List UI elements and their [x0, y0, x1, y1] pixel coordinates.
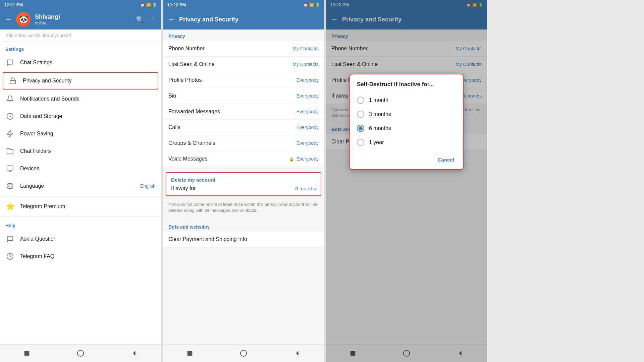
search-icon[interactable]: 🔍 — [136, 15, 144, 23]
option-3-months[interactable]: 3 months — [357, 107, 456, 121]
calls-label-2: Calls — [168, 124, 297, 130]
row-clear-payment-2[interactable]: Clear Payment and Shipping Info — [163, 232, 324, 247]
username: Shivangi — [35, 13, 132, 20]
self-destruct-dialog: Self-Destruct if inactive for... 1 month… — [350, 74, 464, 170]
option-1-month[interactable]: 1 month — [357, 93, 456, 107]
account-description-2: If you do not come online at least once … — [163, 199, 324, 218]
voice-value-2: 🔒 Everybody — [289, 156, 319, 162]
data-icon — [5, 112, 15, 121]
status-icons-2: ⏰ 📶 🔋 — [303, 3, 320, 7]
radio-6-months[interactable] — [357, 125, 364, 132]
notifications-label: Notifications and Sounds — [20, 96, 156, 102]
more-icon[interactable]: ⋮ — [150, 15, 156, 23]
menu-item-folders[interactable]: Chat Folders — [0, 142, 161, 160]
svg-marker-15 — [296, 351, 298, 356]
faq-label: Telegram FAQ — [20, 253, 156, 259]
alarm-icon-2: ⏰ — [303, 3, 308, 7]
delete-row-2: If away for 6 months — [171, 185, 316, 191]
status-bar-2: 12:22 PM ⏰ 📶 🔋 — [163, 0, 324, 9]
user-status: online — [35, 20, 132, 25]
phone-1: 12:21 PM ⏰ 📶 🔋 ← 🐼 Shivangi online 🔍 ⋮ A… — [0, 0, 161, 362]
ask-label: Ask a Question — [20, 236, 156, 242]
back-btn-circle-1[interactable] — [76, 349, 85, 358]
right-fill — [487, 0, 644, 362]
power-label: Power Saving — [20, 131, 156, 137]
bio-label-2: Bio — [168, 93, 297, 99]
if-away-value-2: 6 months — [295, 186, 316, 191]
nav-bar-2: ← Privacy and Security — [163, 9, 324, 29]
radio-3-months[interactable] — [357, 111, 364, 118]
menu-item-premium[interactable]: ⭐ Telegram Premium — [0, 198, 161, 215]
phone-3: 12:22 PM ⏰ 📶 🔋 ← Privacy and Security Pr… — [326, 0, 487, 362]
row-groups-2[interactable]: Groups & Channels Everybody — [163, 135, 324, 151]
bottom-nav-2 — [163, 344, 324, 362]
chat-settings-icon — [5, 58, 15, 67]
label-1-month: 1 month — [369, 97, 388, 103]
menu-item-ask[interactable]: Ask a Question — [0, 230, 161, 248]
devices-label: Devices — [20, 166, 156, 172]
label-3-months: 3 months — [369, 111, 391, 117]
bots-header-2: Bots and websites — [163, 220, 324, 232]
menu-item-devices[interactable]: Devices — [0, 160, 161, 177]
option-6-months[interactable]: 6 months — [357, 121, 456, 135]
if-away-label-2: If away for — [171, 185, 295, 191]
phone-number-value-2: My Contacts — [292, 46, 319, 51]
profile-photos-label-2: Profile Photos — [168, 77, 297, 83]
row-bio-2[interactable]: Bio Everybody — [163, 88, 324, 104]
row-forwarded-2[interactable]: Forwarded Messages Everybody — [163, 104, 324, 120]
premium-label: Telegram Premium — [20, 203, 156, 209]
menu-item-chat-settings[interactable]: Chat Settings — [0, 54, 161, 71]
data-label: Data and Storage — [20, 113, 156, 119]
delete-account-title-2: Delete my account — [171, 177, 316, 183]
back-button-1[interactable]: ← — [5, 15, 12, 24]
row-last-seen-2[interactable]: Last Seen & Online My Contacts — [163, 57, 324, 72]
home-btn-1[interactable] — [22, 349, 32, 358]
menu-item-language[interactable]: Language English — [0, 177, 161, 195]
dialog-overlay: Self-Destruct if inactive for... 1 month… — [326, 0, 487, 362]
menu-item-privacy[interactable]: Privacy and Security — [3, 72, 158, 89]
row-voice-2[interactable]: Voice Messages 🔒 Everybody — [163, 151, 324, 167]
battery-icon-2: 🔋 — [315, 3, 320, 7]
status-bar-1: 12:21 PM ⏰ 📶 🔋 — [0, 0, 161, 9]
clear-payment-label-2: Clear Payment and Shipping Info — [168, 236, 319, 242]
home-btn-2[interactable] — [185, 349, 195, 358]
last-seen-label-2: Last Seen & Online — [168, 61, 292, 67]
language-label: Language — [20, 183, 135, 189]
groups-label-2: Groups & Channels — [168, 140, 297, 146]
svg-rect-0 — [10, 80, 16, 84]
delete-account-box-2[interactable]: Delete my account If away for 6 months — [166, 172, 321, 196]
phone-number-label-2: Phone Number — [168, 46, 292, 52]
menu-item-power[interactable]: Power Saving — [0, 125, 161, 142]
page-title-2: Privacy and Security — [179, 16, 319, 23]
menu-item-faq[interactable]: Telegram FAQ — [0, 248, 161, 265]
option-1-year[interactable]: 1 year — [357, 135, 456, 149]
menu-item-data[interactable]: Data and Storage — [0, 108, 161, 125]
radio-1-year[interactable] — [357, 139, 364, 146]
label-1-year: 1 year — [369, 139, 384, 145]
cancel-button[interactable]: Cancel — [434, 155, 458, 165]
menu-item-notifications[interactable]: Notifications and Sounds — [0, 90, 161, 108]
svg-rect-3 — [7, 166, 13, 170]
lock-icon-2: 🔒 — [289, 157, 294, 162]
row-calls-2[interactable]: Calls Everybody — [163, 120, 324, 135]
language-icon — [5, 181, 15, 191]
settings-section-header: Settings — [0, 42, 161, 54]
back-button-2[interactable]: ← — [168, 15, 175, 24]
row-phone-number-2[interactable]: Phone Number My Contacts — [163, 41, 324, 57]
row-profile-photos-2[interactable]: Profile Photos Everybody — [163, 72, 324, 88]
radio-1-month[interactable] — [357, 97, 364, 104]
forwarded-label-2: Forwarded Messages — [168, 109, 297, 115]
svg-marker-2 — [7, 131, 13, 137]
back-btn-circle-2[interactable] — [239, 349, 248, 358]
avatar-emoji-1: 🐼 — [19, 15, 28, 24]
svg-rect-10 — [24, 351, 30, 356]
divider-premium — [0, 196, 161, 196]
svg-point-14 — [240, 350, 247, 356]
nav-action-icons: 🔍 ⋮ — [136, 15, 156, 23]
label-6-months: 6 months — [369, 125, 391, 131]
calls-value-2: Everybody — [297, 125, 319, 130]
back-arrow-btn-1[interactable] — [129, 349, 139, 358]
back-arrow-btn-2[interactable] — [292, 349, 302, 358]
help-section-header: Help — [0, 218, 161, 230]
wifi-icon: 📶 — [146, 3, 151, 7]
